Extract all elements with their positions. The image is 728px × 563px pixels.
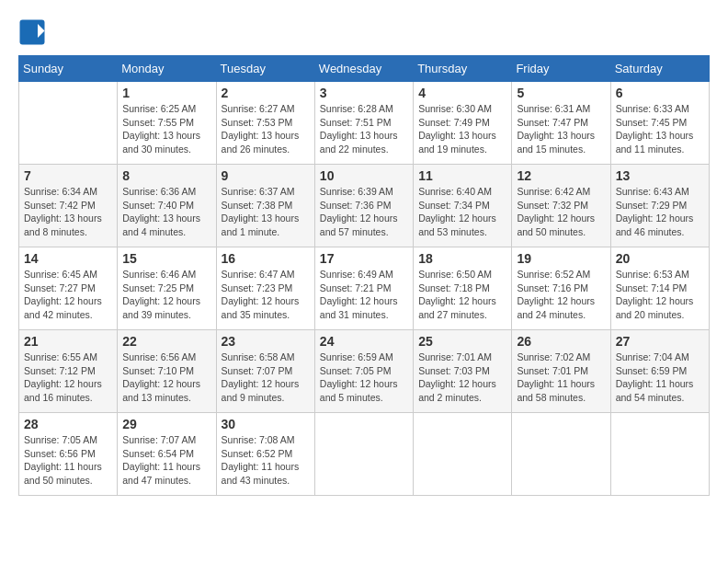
page-header: [18, 18, 710, 46]
day-number: 16: [222, 251, 310, 266]
day-number: 29: [122, 417, 210, 431]
logo-icon: [18, 18, 46, 46]
day-cell: 2Sunrise: 6:27 AM Sunset: 7:53 PM Daylig…: [216, 82, 314, 165]
day-cell: 26Sunrise: 7:02 AM Sunset: 7:01 PM Dayli…: [512, 330, 610, 413]
day-cell: 29Sunrise: 7:07 AM Sunset: 6:54 PM Dayli…: [118, 413, 216, 496]
day-number: 13: [616, 168, 704, 183]
day-info: Sunrise: 6:55 AM Sunset: 7:12 PM Dayligh…: [24, 350, 112, 405]
day-number: 22: [122, 334, 210, 349]
day-info: Sunrise: 7:05 AM Sunset: 6:56 PM Dayligh…: [24, 433, 112, 488]
day-cell: 17Sunrise: 6:49 AM Sunset: 7:21 PM Dayli…: [314, 247, 413, 330]
day-cell: [610, 413, 709, 496]
day-info: Sunrise: 6:27 AM Sunset: 7:53 PM Dayligh…: [222, 102, 310, 156]
day-cell: 23Sunrise: 6:58 AM Sunset: 7:07 PM Dayli…: [216, 330, 314, 413]
day-info: Sunrise: 7:07 AM Sunset: 6:54 PM Dayligh…: [122, 433, 210, 488]
day-info: Sunrise: 7:01 AM Sunset: 7:03 PM Dayligh…: [418, 350, 506, 405]
day-number: 12: [517, 168, 605, 183]
column-header-monday: Monday: [118, 56, 216, 82]
day-info: Sunrise: 6:30 AM Sunset: 7:49 PM Dayligh…: [418, 102, 506, 156]
day-number: 5: [517, 86, 605, 100]
day-info: Sunrise: 6:53 AM Sunset: 7:14 PM Dayligh…: [616, 268, 704, 322]
day-number: 18: [418, 251, 506, 266]
day-number: 3: [320, 86, 408, 100]
day-number: 8: [122, 168, 210, 183]
day-cell: 27Sunrise: 7:04 AM Sunset: 6:59 PM Dayli…: [610, 330, 709, 413]
week-row-2: 7Sunrise: 6:34 AM Sunset: 7:42 PM Daylig…: [19, 165, 710, 247]
day-info: Sunrise: 6:37 AM Sunset: 7:38 PM Dayligh…: [222, 185, 310, 239]
day-info: Sunrise: 6:42 AM Sunset: 7:32 PM Dayligh…: [517, 185, 605, 239]
day-cell: 25Sunrise: 7:01 AM Sunset: 7:03 PM Dayli…: [414, 330, 512, 413]
day-cell: [512, 413, 610, 496]
day-number: 28: [24, 417, 112, 431]
day-number: 2: [222, 86, 310, 100]
day-info: Sunrise: 6:49 AM Sunset: 7:21 PM Dayligh…: [320, 268, 408, 322]
day-number: 9: [222, 168, 310, 183]
day-number: 4: [418, 86, 506, 100]
day-number: 1: [122, 86, 210, 100]
day-cell: 11Sunrise: 6:40 AM Sunset: 7:34 PM Dayli…: [414, 165, 512, 247]
week-row-4: 21Sunrise: 6:55 AM Sunset: 7:12 PM Dayli…: [19, 330, 710, 413]
day-number: 20: [616, 251, 704, 266]
day-cell: 5Sunrise: 6:31 AM Sunset: 7:47 PM Daylig…: [512, 82, 610, 165]
week-row-1: 1Sunrise: 6:25 AM Sunset: 7:55 PM Daylig…: [19, 82, 710, 165]
day-cell: 12Sunrise: 6:42 AM Sunset: 7:32 PM Dayli…: [512, 165, 610, 247]
day-info: Sunrise: 6:45 AM Sunset: 7:27 PM Dayligh…: [24, 268, 112, 322]
day-cell: 30Sunrise: 7:08 AM Sunset: 6:52 PM Dayli…: [216, 413, 314, 496]
day-cell: 21Sunrise: 6:55 AM Sunset: 7:12 PM Dayli…: [19, 330, 118, 413]
day-cell: [414, 413, 512, 496]
logo: [18, 18, 50, 46]
day-cell: 7Sunrise: 6:34 AM Sunset: 7:42 PM Daylig…: [19, 165, 118, 247]
day-info: Sunrise: 6:50 AM Sunset: 7:18 PM Dayligh…: [418, 268, 506, 322]
day-info: Sunrise: 6:33 AM Sunset: 7:45 PM Dayligh…: [616, 102, 704, 156]
day-number: 24: [320, 334, 408, 349]
day-number: 19: [517, 251, 605, 266]
day-info: Sunrise: 6:25 AM Sunset: 7:55 PM Dayligh…: [122, 102, 210, 156]
day-number: 11: [418, 168, 506, 183]
day-cell: 28Sunrise: 7:05 AM Sunset: 6:56 PM Dayli…: [19, 413, 118, 496]
day-info: Sunrise: 6:40 AM Sunset: 7:34 PM Dayligh…: [418, 185, 506, 239]
column-header-thursday: Thursday: [414, 56, 512, 82]
day-cell: 19Sunrise: 6:52 AM Sunset: 7:16 PM Dayli…: [512, 247, 610, 330]
day-number: 23: [222, 334, 310, 349]
day-info: Sunrise: 6:43 AM Sunset: 7:29 PM Dayligh…: [616, 185, 704, 239]
day-info: Sunrise: 6:46 AM Sunset: 7:25 PM Dayligh…: [122, 268, 210, 322]
week-row-5: 28Sunrise: 7:05 AM Sunset: 6:56 PM Dayli…: [19, 413, 710, 496]
day-number: 26: [517, 334, 605, 349]
day-cell: 15Sunrise: 6:46 AM Sunset: 7:25 PM Dayli…: [118, 247, 216, 330]
day-info: Sunrise: 7:04 AM Sunset: 6:59 PM Dayligh…: [616, 350, 704, 405]
day-cell: [314, 413, 413, 496]
day-info: Sunrise: 6:31 AM Sunset: 7:47 PM Dayligh…: [517, 102, 605, 156]
day-info: Sunrise: 6:28 AM Sunset: 7:51 PM Dayligh…: [320, 102, 408, 156]
day-info: Sunrise: 6:58 AM Sunset: 7:07 PM Dayligh…: [222, 350, 310, 405]
column-header-wednesday: Wednesday: [314, 56, 413, 82]
day-cell: 18Sunrise: 6:50 AM Sunset: 7:18 PM Dayli…: [414, 247, 512, 330]
day-number: 6: [616, 86, 704, 100]
day-info: Sunrise: 6:36 AM Sunset: 7:40 PM Dayligh…: [122, 185, 210, 239]
column-header-friday: Friday: [512, 56, 610, 82]
day-cell: 3Sunrise: 6:28 AM Sunset: 7:51 PM Daylig…: [314, 82, 413, 165]
day-cell: 20Sunrise: 6:53 AM Sunset: 7:14 PM Dayli…: [610, 247, 709, 330]
day-number: 10: [320, 168, 408, 183]
column-header-sunday: Sunday: [19, 56, 118, 82]
day-cell: 22Sunrise: 6:56 AM Sunset: 7:10 PM Dayli…: [118, 330, 216, 413]
column-header-saturday: Saturday: [610, 56, 709, 82]
day-cell: 1Sunrise: 6:25 AM Sunset: 7:55 PM Daylig…: [118, 82, 216, 165]
day-cell: 16Sunrise: 6:47 AM Sunset: 7:23 PM Dayli…: [216, 247, 314, 330]
day-number: 15: [122, 251, 210, 266]
day-info: Sunrise: 7:02 AM Sunset: 7:01 PM Dayligh…: [517, 350, 605, 405]
day-info: Sunrise: 7:08 AM Sunset: 6:52 PM Dayligh…: [222, 433, 310, 488]
day-info: Sunrise: 6:47 AM Sunset: 7:23 PM Dayligh…: [222, 268, 310, 322]
day-cell: 24Sunrise: 6:59 AM Sunset: 7:05 PM Dayli…: [314, 330, 413, 413]
day-number: 17: [320, 251, 408, 266]
day-info: Sunrise: 6:52 AM Sunset: 7:16 PM Dayligh…: [517, 268, 605, 322]
day-number: 25: [418, 334, 506, 349]
day-number: 14: [24, 251, 112, 266]
day-cell: 14Sunrise: 6:45 AM Sunset: 7:27 PM Dayli…: [19, 247, 118, 330]
day-number: 27: [616, 334, 704, 349]
day-number: 30: [222, 417, 310, 431]
day-cell: 8Sunrise: 6:36 AM Sunset: 7:40 PM Daylig…: [118, 165, 216, 247]
calendar-table: SundayMondayTuesdayWednesdayThursdayFrid…: [18, 55, 710, 496]
header-row: SundayMondayTuesdayWednesdayThursdayFrid…: [19, 56, 710, 82]
day-cell: 13Sunrise: 6:43 AM Sunset: 7:29 PM Dayli…: [610, 165, 709, 247]
day-number: 7: [24, 168, 112, 183]
